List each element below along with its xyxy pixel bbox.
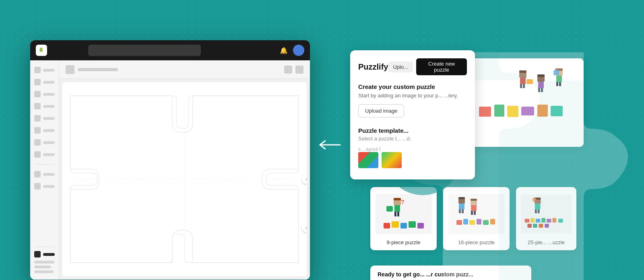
sidebar-item-marketing[interactable]	[34, 138, 55, 147]
svg-rect-44	[459, 204, 464, 209]
topbar-actions	[284, 66, 303, 74]
sidebar-item-customers[interactable]	[34, 101, 55, 111]
svg-rect-13	[538, 88, 540, 92]
templates-section-title: Puzzle template...	[358, 127, 467, 134]
template-thumb-1[interactable]	[358, 152, 378, 168]
shopify-sidebar	[30, 60, 59, 280]
svg-rect-43	[458, 197, 465, 199]
svg-rect-46	[462, 209, 464, 213]
topbar-more-icon[interactable]	[295, 66, 303, 74]
puzzle-card-9-image: ?	[375, 192, 432, 236]
svg-rect-5	[519, 70, 526, 73]
puzzle-card-25-image	[521, 192, 572, 236]
create-section-subtitle: Start by adding an image to your p... ..…	[358, 93, 467, 99]
shopify-topright: 🔔	[279, 45, 304, 56]
topbar-notify-icon[interactable]	[284, 66, 292, 74]
puzzle-card-25[interactable]: 25-pie... ...uzzle	[516, 187, 576, 250]
svg-rect-64	[535, 209, 537, 213]
panel-title: Puzzlify	[358, 62, 388, 72]
header-upload-button[interactable]: Uplo...	[388, 62, 413, 72]
svg-rect-68	[536, 219, 541, 223]
templates-section-subtitle: Select a puzzle t... ...d.	[358, 136, 467, 142]
topbar-title-skeleton	[78, 68, 118, 71]
create-section-title: Create your custom puzzle	[358, 83, 467, 90]
svg-rect-76	[545, 224, 549, 228]
topbar-icon	[66, 65, 74, 74]
svg-rect-18	[556, 82, 558, 86]
svg-rect-54	[469, 220, 475, 225]
svg-rect-69	[541, 218, 545, 223]
svg-rect-9	[526, 79, 533, 84]
sidebar-item-settings[interactable]	[34, 181, 55, 191]
ready-section: Ready to get go... ...r custom puzz...	[370, 266, 531, 280]
svg-rect-57	[490, 219, 495, 224]
svg-rect-58	[521, 195, 572, 234]
panel-header-buttons: Uplo... Create new puzzle	[388, 58, 467, 75]
svg-rect-55	[477, 219, 481, 224]
svg-rect-51	[474, 211, 476, 215]
shopify-main-content: › ›	[59, 60, 310, 280]
puzzle-card-25-label: 25-pie... ...uzzle	[521, 239, 572, 245]
svg-rect-27	[551, 106, 563, 116]
puzzle-card-9-label: 9-piece puzzle	[375, 239, 432, 245]
svg-rect-73	[527, 224, 532, 228]
svg-rect-40	[417, 223, 424, 229]
svg-rect-49	[471, 205, 477, 211]
sidebar-item-finance[interactable]	[34, 113, 55, 123]
svg-rect-38	[400, 223, 407, 229]
sidebar-item-home[interactable]	[34, 65, 55, 75]
sidebar-item-apps[interactable]	[34, 169, 55, 179]
svg-rect-11	[537, 74, 545, 77]
svg-rect-35	[386, 206, 393, 212]
svg-rect-19	[559, 82, 561, 86]
svg-rect-6	[520, 78, 526, 84]
svg-rect-48	[471, 199, 477, 201]
template-thumbnails	[358, 152, 467, 168]
create-new-puzzle-button[interactable]: Create new puzzle	[416, 58, 467, 75]
puzzlify-panel: Puzzlify Uplo... Create new puzzle Creat…	[350, 50, 475, 179]
notification-bell-icon[interactable]: 🔔	[279, 45, 289, 56]
upload-image-button[interactable]: Upload image	[358, 104, 404, 117]
user-avatar[interactable]	[293, 45, 304, 56]
svg-rect-33	[397, 212, 399, 216]
svg-rect-72	[558, 219, 563, 223]
shopify-admin-window: 🔔	[30, 40, 310, 280]
svg-rect-26	[537, 105, 548, 117]
svg-rect-74	[533, 224, 537, 228]
svg-rect-67	[530, 218, 535, 223]
svg-rect-36	[384, 223, 390, 229]
svg-rect-71	[553, 218, 557, 223]
svg-rect-8	[523, 84, 525, 88]
svg-rect-25	[521, 107, 534, 115]
svg-rect-70	[547, 219, 551, 223]
create-section: Create your custom puzzle Start by addin…	[358, 83, 467, 127]
template-thumb-2[interactable]	[382, 152, 402, 168]
sidebar-item-products[interactable]	[34, 89, 55, 99]
shopify-search-bar[interactable]	[88, 45, 201, 56]
sidebar-item-channels[interactable]	[34, 249, 55, 259]
puzzle-cards-row: ? 9-piece puzzle	[370, 187, 576, 250]
svg-rect-32	[394, 212, 396, 216]
svg-rect-56	[483, 220, 489, 225]
puzzle-card-9[interactable]: ? 9-piece puzzle	[370, 187, 437, 250]
puzzle-card-16-label: 16-piece puzzle	[448, 239, 505, 245]
svg-text:?: ?	[401, 199, 405, 205]
svg-rect-63	[535, 204, 541, 210]
svg-rect-30	[394, 198, 401, 200]
ready-title: Ready to get go... ...r custom puzz...	[378, 271, 524, 278]
shopify-titlebar: 🔔	[30, 40, 310, 60]
svg-rect-39	[409, 221, 416, 228]
puzzle-card-16[interactable]: 16-piece puzzle	[443, 187, 510, 250]
sidebar-item-analytics[interactable]	[34, 126, 55, 135]
svg-rect-22	[479, 107, 491, 117]
shopify-page-topbar	[59, 60, 310, 79]
sidebar-item-orders[interactable]	[34, 77, 55, 87]
svg-rect-24	[507, 106, 518, 117]
shopify-logo	[36, 45, 47, 56]
svg-rect-65	[538, 209, 540, 213]
puzzle-canvas-area: › ›	[62, 82, 307, 276]
svg-point-62	[534, 199, 535, 200]
svg-rect-45	[459, 209, 461, 213]
svg-rect-50	[471, 211, 473, 215]
sidebar-item-discounts[interactable]	[34, 150, 55, 159]
